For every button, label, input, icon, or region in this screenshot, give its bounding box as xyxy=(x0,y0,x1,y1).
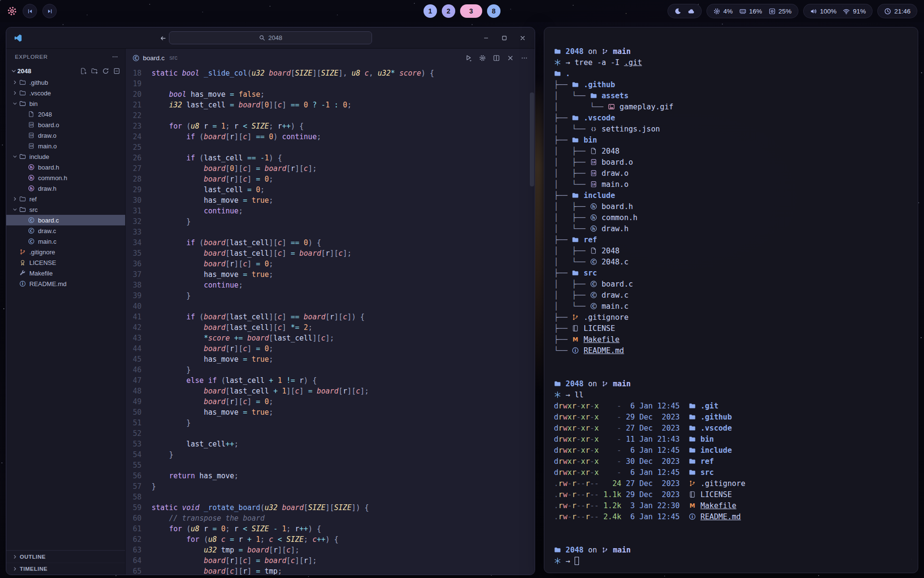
item-label: bin xyxy=(29,100,38,107)
item-label: board.c xyxy=(38,217,59,224)
svg-text:C: C xyxy=(592,293,595,298)
explorer-title: EXPLORER xyxy=(15,54,48,60)
line-number: 52 xyxy=(126,428,152,439)
explorer-item-draw.o[interactable]: 10draw.o xyxy=(6,130,125,141)
explorer-item-include[interactable]: include xyxy=(6,151,125,162)
line-number: 50 xyxy=(126,407,152,418)
terminal-window[interactable]: 2048 on main → tree -a -I .git .├── .git… xyxy=(544,27,918,573)
collapse-all-button[interactable] xyxy=(113,67,120,75)
top-bar: 1238 4%16%25%100%91%21:46 xyxy=(0,0,924,22)
line-number: 26 xyxy=(126,153,152,163)
workspace-3[interactable]: 3 xyxy=(460,4,482,18)
module-clock[interactable]: 21:46 xyxy=(877,4,917,18)
chevron-icon xyxy=(13,154,17,159)
code-line-62: 62 for (u8 c = r + 1; c < SIZE; c++) { xyxy=(126,534,535,545)
workspace-2[interactable]: 2 xyxy=(442,4,455,18)
project-root-row[interactable]: 2048 xyxy=(6,65,125,77)
explorer-item-ref[interactable]: ref xyxy=(6,194,125,204)
explorer-item-LICENSE[interactable]: LICENSE xyxy=(6,257,125,268)
editor-scrollbar[interactable] xyxy=(530,89,534,573)
explorer-item-main.c[interactable]: Cmain.c xyxy=(6,236,125,247)
line-number: 53 xyxy=(126,439,152,449)
explorer-item-common.h[interactable]: hcommon.h xyxy=(6,172,125,183)
folder-icon xyxy=(572,114,579,121)
hsrc-icon: h xyxy=(590,214,597,221)
scrollbar-thumb[interactable] xyxy=(530,92,534,186)
file-row: .rw-r--r-- 1.1k 29 Dec 2023 LICENSE xyxy=(554,489,908,500)
chevron-icon xyxy=(13,101,17,106)
more-button[interactable] xyxy=(521,54,528,62)
tree-entry: │ └── 10 main.o xyxy=(554,179,908,190)
chevron-icon xyxy=(11,101,18,106)
new-file-button[interactable] xyxy=(80,67,87,75)
line-number: 59 xyxy=(126,502,152,513)
back-button[interactable] xyxy=(159,34,167,42)
explorer-item-src[interactable]: src xyxy=(6,204,125,215)
explorer-item-2048[interactable]: 2048 xyxy=(6,109,125,119)
cloud-icon xyxy=(688,8,695,15)
explorer-item-bin[interactable]: bin xyxy=(6,98,125,109)
git-branch-icon xyxy=(602,48,608,55)
explorer-item-main.o[interactable]: 10main.o xyxy=(6,141,125,151)
weather-stat xyxy=(688,8,695,15)
explorer-item-draw.h[interactable]: hdraw.h xyxy=(6,183,125,194)
close-button[interactable] xyxy=(519,35,526,41)
module-system-stats[interactable]: 4%16%25% xyxy=(706,4,798,18)
explorer-item-README.md[interactable]: iREADME.md xyxy=(6,278,125,289)
launcher-gear-icon[interactable] xyxy=(7,6,17,16)
terminal-line xyxy=(554,534,908,545)
file-h-icon: h xyxy=(28,174,35,181)
panel-timeline[interactable]: TIMELINE xyxy=(6,563,125,575)
folder-icon xyxy=(689,402,696,409)
refresh-button[interactable] xyxy=(102,67,109,75)
workspace-switcher: 1238 xyxy=(424,4,500,18)
item-label: draw.c xyxy=(38,227,56,235)
panel-outline[interactable]: OUTLINE xyxy=(6,551,125,563)
readme-icon: i xyxy=(572,347,579,354)
workspace-8[interactable]: 8 xyxy=(487,4,500,18)
code-line-36: 36 board[r][c] = 0; xyxy=(126,259,535,269)
audio-network-stat: 91% xyxy=(843,8,866,15)
folder-icon xyxy=(554,546,561,553)
chevron-icon xyxy=(11,91,18,95)
module-audio-network[interactable]: 100%91% xyxy=(803,4,873,18)
maximize-button[interactable] xyxy=(501,35,508,41)
explorer-item-.gitignore[interactable]: .gitignore xyxy=(6,247,125,257)
tab-filename[interactable]: board.c xyxy=(143,54,165,62)
explorer-item-board.h[interactable]: hboard.h xyxy=(6,162,125,172)
explorer-item-board.c[interactable]: Cboard.c xyxy=(6,215,125,225)
line-number: 49 xyxy=(126,396,152,407)
editor-titlebar[interactable]: 2048 xyxy=(6,27,535,49)
code-editor[interactable]: 18static bool _slide_col(u32 board[SIZE]… xyxy=(126,67,535,575)
explorer-item-board.o[interactable]: 10board.o xyxy=(6,119,125,130)
command-center-search[interactable]: 2048 xyxy=(169,31,372,44)
run-button[interactable] xyxy=(465,54,472,62)
workspace-1[interactable]: 1 xyxy=(424,4,437,18)
explorer-more-icon[interactable] xyxy=(112,53,118,60)
desktop: 1238 4%16%25%100%91%21:46 2048 EXPLORER xyxy=(0,0,924,578)
minimize-button[interactable] xyxy=(483,35,489,41)
new-folder-button[interactable] xyxy=(91,67,98,75)
gear-button[interactable] xyxy=(479,54,486,62)
git-icon xyxy=(19,249,26,255)
chevron-down-icon xyxy=(10,68,17,74)
svg-text:i: i xyxy=(22,281,24,286)
svg-text:10: 10 xyxy=(30,144,33,147)
status-modules: 4%16%25%100%91%21:46 xyxy=(667,4,917,18)
explorer-item-Makefile[interactable]: Makefile xyxy=(6,268,125,278)
split-editor-button[interactable] xyxy=(493,54,500,62)
media-next-button[interactable] xyxy=(42,4,57,18)
explorer-item-draw.c[interactable]: Cdraw.c xyxy=(6,225,125,236)
line-number: 41 xyxy=(126,312,152,322)
c-file-icon: C xyxy=(132,54,140,62)
code-line-65: 65 board[c][r] = tmp; xyxy=(126,566,535,575)
line-number: 38 xyxy=(126,280,152,290)
media-prev-button[interactable] xyxy=(23,4,37,18)
explorer-item-.vscode[interactable]: .vscode xyxy=(6,88,125,98)
stat-value: 4% xyxy=(723,8,733,15)
explorer-item-.github[interactable]: .github xyxy=(6,77,125,88)
module-weather[interactable] xyxy=(667,4,702,18)
file-row: .rw-r--r-- 2.4k 6 Jan 12:45 i README.md xyxy=(554,512,908,523)
close-button[interactable] xyxy=(507,54,514,62)
chevron-icon xyxy=(13,91,17,95)
